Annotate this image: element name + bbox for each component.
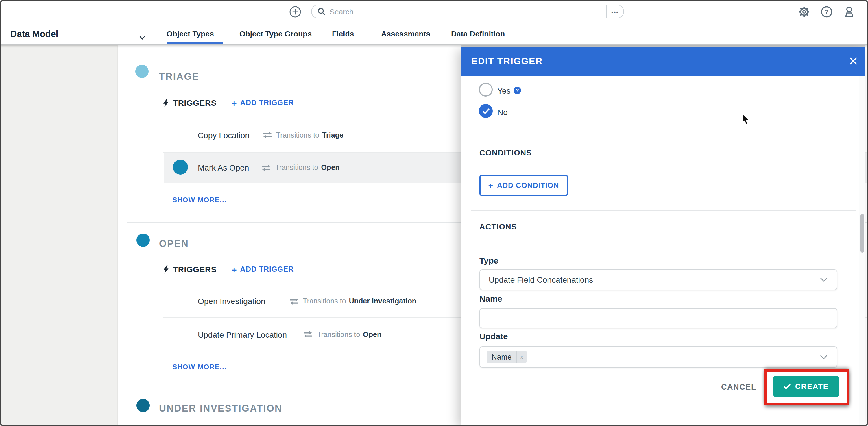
name-input[interactable]: . (479, 308, 837, 328)
add-trigger-button[interactable]: + ADD TRIGGER (231, 98, 294, 108)
state-title-open: OPEN (159, 238, 189, 249)
type-label: Type (479, 256, 498, 265)
add-condition-button[interactable]: + ADD CONDITION (479, 174, 568, 196)
cancel-button[interactable]: CANCEL (716, 383, 756, 391)
left-sidebar (0, 44, 118, 426)
settings-gear-icon[interactable] (798, 6, 810, 18)
user-icon[interactable] (843, 6, 855, 18)
panel-header: EDIT TRIGGER (462, 47, 865, 76)
radio-no[interactable] (479, 104, 493, 118)
plus-icon: + (231, 264, 237, 274)
tab-assessments[interactable]: Assessments (381, 24, 430, 44)
create-button[interactable]: CREATE (773, 376, 839, 397)
update-select[interactable]: Name x (479, 346, 837, 368)
search-options-button[interactable]: ••• (606, 5, 623, 18)
transition-arrows-icon (304, 331, 312, 337)
transition-arrows-icon (263, 132, 272, 138)
chevron-down-icon (140, 32, 145, 42)
name-label: Name (479, 294, 502, 303)
edit-trigger-panel: EDIT TRIGGER Yes ? No CONDITIONS + ADD C… (462, 47, 865, 425)
tab-data-definition[interactable]: Data Definition (451, 24, 505, 44)
state-dot-open (136, 233, 150, 247)
lightning-bolt-icon (163, 98, 169, 108)
close-icon[interactable] (849, 57, 858, 65)
transition-arrows-icon (290, 298, 299, 304)
state-dot-under-investigation (136, 399, 150, 412)
actions-heading: ACTIONS (479, 223, 517, 231)
remove-tag-icon[interactable]: x (516, 351, 527, 363)
mouse-cursor (742, 113, 750, 128)
add-trigger-button[interactable]: + ADD TRIGGER (231, 264, 294, 274)
search-placeholder: Search... (330, 7, 606, 16)
plus-icon: + (231, 98, 237, 108)
tab-fields[interactable]: Fields (332, 24, 354, 44)
show-more-link[interactable]: SHOW MORE... (172, 196, 227, 204)
scrollbar-track[interactable] (859, 76, 865, 425)
svg-text:?: ? (825, 8, 828, 15)
chevron-down-icon (820, 355, 828, 359)
help-badge-icon[interactable]: ? (514, 87, 521, 94)
data-model-dropdown[interactable]: Data Model (10, 24, 58, 44)
triggers-heading: TRIGGERS (173, 98, 217, 107)
annotation-highlight-box: CREATE (765, 369, 849, 405)
state-dot-triage (135, 65, 149, 78)
tab-object-types[interactable]: Object Types (166, 24, 214, 44)
panel-divider (471, 136, 857, 136)
chevron-down-icon (820, 277, 828, 282)
state-title-under-investigation: UNDER INVESTIGATION (159, 403, 282, 414)
radio-yes-label: Yes (497, 86, 510, 95)
transition-arrows-icon (262, 164, 270, 171)
radio-yes[interactable] (479, 83, 493, 97)
trigger-row[interactable]: Copy Location Transitions to Triage (198, 118, 343, 152)
search-input[interactable]: Search... ••• (311, 5, 624, 19)
trigger-row[interactable]: Update Primary Location Transitions to O… (198, 318, 381, 351)
nav-divider (156, 26, 156, 43)
nav-bar: Data Model Object Types Object Type Grou… (0, 24, 868, 44)
lightning-bolt-icon (163, 264, 169, 274)
show-more-link[interactable]: SHOW MORE... (172, 363, 227, 371)
panel-divider (471, 210, 857, 211)
radio-no-label: No (497, 107, 508, 117)
triggers-heading: TRIGGERS (173, 265, 217, 274)
panel-title: EDIT TRIGGER (471, 47, 543, 76)
trigger-dot (173, 160, 188, 174)
search-icon (317, 7, 326, 15)
app-window: Search... ••• ? (0, 0, 868, 426)
conditions-heading: CONDITIONS (479, 149, 532, 157)
state-title-triage: TRIAGE (159, 71, 199, 82)
tab-object-type-groups[interactable]: Object Type Groups (240, 24, 312, 44)
scrollbar-thumb[interactable] (860, 214, 864, 253)
trigger-row[interactable]: Open Investigation Transitions to Under … (198, 284, 416, 318)
active-tab-underline (167, 42, 223, 44)
type-select[interactable]: Update Field Concatenations (479, 269, 837, 290)
add-icon[interactable] (289, 6, 301, 18)
selected-tag: Name x (487, 351, 527, 363)
top-bar: Search... ••• ? (0, 0, 868, 24)
help-icon[interactable]: ? (820, 6, 833, 18)
update-label: Update (479, 332, 508, 341)
